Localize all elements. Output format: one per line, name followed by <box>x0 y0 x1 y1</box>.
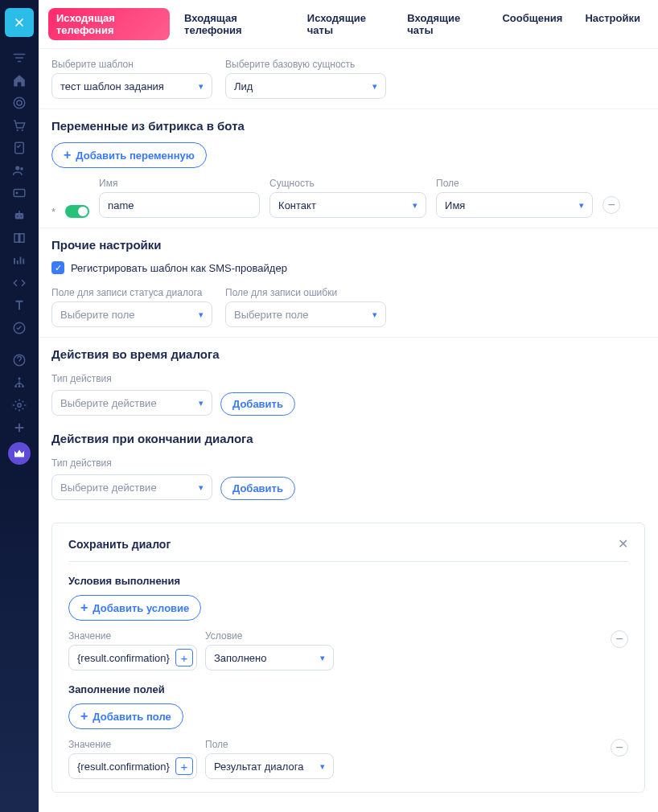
close-button[interactable] <box>5 8 34 37</box>
conditions-heading: Условия выполнения <box>68 575 628 587</box>
other-heading: Прочие настройки <box>51 238 645 252</box>
during-action-select[interactable]: Выберите действие▾ <box>51 390 212 416</box>
select-template[interactable]: тест шаблон задания▾ <box>51 73 212 99</box>
svg-point-18 <box>18 404 22 408</box>
users-icon[interactable] <box>0 159 39 182</box>
tab-incoming-telephony[interactable]: Входящая телефония <box>176 8 293 40</box>
tab-outgoing-telephony[interactable]: Исходящая телефония <box>48 8 170 40</box>
end-type-label: Тип действия <box>51 457 112 469</box>
remove-variable-button[interactable]: − <box>602 196 620 214</box>
footer: Обновить Удалить <box>39 806 658 812</box>
field-value-plus-button[interactable]: + <box>175 757 193 775</box>
select-entity[interactable]: Лид▾ <box>225 73 386 99</box>
sidebar <box>0 0 39 812</box>
end-action-select[interactable]: Выберите действие▾ <box>51 474 212 500</box>
crown-icon[interactable] <box>8 442 31 465</box>
add-condition-button[interactable]: +Добавить условие <box>68 595 201 621</box>
variable-toggle[interactable] <box>65 205 89 218</box>
plus-icon: + <box>64 148 71 162</box>
during-type-label: Тип действия <box>51 373 112 384</box>
var-name-label: Имя <box>99 178 260 189</box>
remove-field-button[interactable]: − <box>611 739 628 757</box>
var-field-select[interactable]: Имя▾ <box>436 192 593 218</box>
filter-icon[interactable] <box>0 47 39 69</box>
plus-icon: + <box>80 709 88 724</box>
svg-point-0 <box>14 97 25 109</box>
svg-rect-4 <box>15 142 24 154</box>
clipboard-icon[interactable] <box>0 137 39 159</box>
status-field-label: Поле для записи статуса диалога <box>51 287 212 298</box>
svg-point-2 <box>17 129 19 131</box>
card-icon[interactable] <box>0 182 39 204</box>
plus-icon: + <box>80 601 88 615</box>
cart-icon[interactable] <box>0 114 39 137</box>
cond-value-label: Значение <box>68 630 197 642</box>
book-icon[interactable] <box>0 227 39 249</box>
field-select[interactable]: Результат диалога▾ <box>205 753 334 779</box>
target-icon[interactable] <box>0 92 39 114</box>
var-entity-label: Сущность <box>269 178 426 189</box>
text-icon[interactable] <box>0 294 39 317</box>
svg-point-1 <box>17 100 22 105</box>
tabs: Исходящая телефония Входящая телефония И… <box>39 0 658 49</box>
required-star: * <box>51 196 56 218</box>
sms-provider-checkbox[interactable]: ✓ <box>51 261 64 274</box>
add-field-button[interactable]: +Добавить поле <box>68 703 183 729</box>
cond-value-plus-button[interactable]: + <box>175 649 193 666</box>
tab-outgoing-chats[interactable]: Исходящие чаты <box>299 8 393 40</box>
svg-point-5 <box>15 166 19 170</box>
select-entity-label: Выберите базовую сущность <box>225 59 386 70</box>
check-circle-icon[interactable] <box>0 317 39 339</box>
plus-icon[interactable] <box>0 416 39 439</box>
code-icon[interactable] <box>0 272 39 294</box>
end-add-button[interactable]: Добавить <box>220 477 295 500</box>
cond-condition-select[interactable]: Заполнено▾ <box>205 645 334 671</box>
error-field-label: Поле для записи ошибки <box>225 287 386 298</box>
var-field-label: Поле <box>436 178 593 189</box>
var-entity-select[interactable]: Контакт▾ <box>269 192 426 218</box>
svg-rect-7 <box>14 190 25 197</box>
cond-value-input[interactable]: {result.confirmation}+ <box>68 645 197 671</box>
field-value-input[interactable]: {result.confirmation}+ <box>68 753 197 779</box>
svg-point-16 <box>22 385 24 388</box>
robot-icon[interactable] <box>0 204 39 227</box>
remove-condition-button[interactable]: − <box>611 630 628 648</box>
during-heading: Действия во время диалога <box>51 347 645 361</box>
svg-rect-9 <box>15 213 24 219</box>
svg-point-10 <box>17 215 19 217</box>
save-dialog-card: Сохранить диалог ✕ Условия выполнения +Д… <box>51 523 645 793</box>
during-add-button[interactable]: Добавить <box>220 392 295 416</box>
svg-point-17 <box>19 385 21 388</box>
svg-point-8 <box>16 192 19 195</box>
home-icon[interactable] <box>0 69 39 92</box>
tab-messages[interactable]: Сообщения <box>494 8 570 40</box>
fields-heading: Заполнение полей <box>68 683 628 695</box>
status-field-select[interactable]: Выберите поле▾ <box>51 301 212 327</box>
card-title: Сохранить диалог <box>68 538 171 551</box>
main-content: Исходящая телефония Входящая телефония И… <box>39 0 658 812</box>
svg-point-6 <box>20 167 23 170</box>
error-field-select[interactable]: Выберите поле▾ <box>225 301 386 327</box>
gear-icon[interactable] <box>0 394 39 416</box>
sms-provider-label: Регистрировать шаблон как SMS-провайдер <box>71 262 287 274</box>
end-heading: Действия при окончании диалога <box>51 432 645 445</box>
chart-icon[interactable] <box>0 249 39 272</box>
add-variable-button[interactable]: +Добавить переменную <box>51 142 207 168</box>
svg-point-11 <box>21 215 23 217</box>
hierarchy-icon[interactable] <box>0 371 39 394</box>
vars-heading: Переменные из битрикса в бота <box>51 119 645 133</box>
field-field-label: Поле <box>205 739 334 750</box>
card-close-button[interactable]: ✕ <box>618 536 628 552</box>
help-icon[interactable] <box>0 349 39 371</box>
field-value-label: Значение <box>68 739 197 750</box>
svg-point-14 <box>19 377 21 379</box>
tab-incoming-chats[interactable]: Входящие чаты <box>399 8 487 40</box>
var-name-input[interactable]: name <box>99 192 260 218</box>
svg-point-15 <box>14 385 17 388</box>
select-template-label: Выберите шаблон <box>51 59 212 70</box>
cond-condition-label: Условие <box>205 630 334 642</box>
tab-settings[interactable]: Настройки <box>577 8 648 40</box>
svg-point-3 <box>22 129 23 131</box>
